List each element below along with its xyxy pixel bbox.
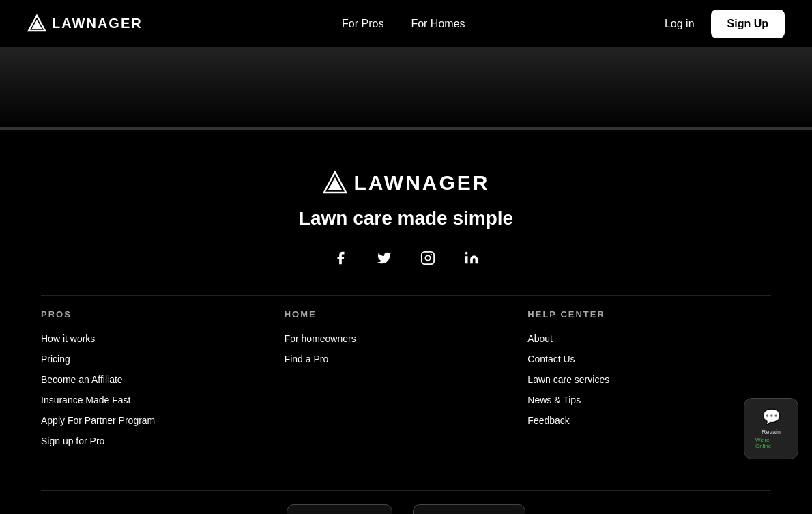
nav-logo-icon	[27, 14, 46, 33]
col-help-title: HELP CENTER	[527, 309, 771, 319]
facebook-icon[interactable]	[328, 246, 353, 270]
linkedin-icon[interactable]	[459, 246, 484, 270]
link-about[interactable]: About	[527, 333, 771, 344]
app-store-row:  Download on the App Store ▶ GET IT ON …	[41, 490, 771, 514]
signup-button[interactable]: Sign Up	[711, 10, 785, 38]
twitter-icon[interactable]	[372, 246, 396, 270]
col-home-title: HOME	[285, 309, 528, 319]
app-store-button[interactable]:  Download on the App Store	[287, 504, 392, 514]
nav-auth: Log in Sign Up	[665, 10, 785, 38]
footer-columns: PROS How it works Pricing Become an Affi…	[41, 295, 771, 483]
social-icons	[328, 246, 484, 270]
footer-col-home: HOME For homeowners Find a Pro	[285, 309, 528, 456]
footer-main: LAWNAGER Lawn care made simple	[0, 130, 812, 514]
link-contact-us[interactable]: Contact Us	[527, 354, 771, 365]
link-insurance[interactable]: Insurance Made Fast	[41, 395, 285, 405]
link-find-pro[interactable]: Find a Pro	[285, 354, 528, 365]
link-how-it-works[interactable]: How it works	[41, 333, 285, 344]
footer-logo-icon	[323, 171, 347, 195]
nav-link-homes[interactable]: For Homes	[411, 18, 465, 30]
link-partner-program[interactable]: Apply For Partner Program	[41, 415, 285, 426]
chat-online-status: We're Online!	[755, 437, 787, 449]
col-pros-title: PROS	[41, 309, 285, 319]
google-play-button[interactable]: ▶ GET IT ON Google Play	[413, 504, 525, 514]
link-lawn-care-services[interactable]: Lawn care services	[527, 374, 771, 385]
chat-widget[interactable]: 💬 Revain We're Online!	[744, 398, 798, 459]
svg-point-6	[465, 252, 468, 255]
link-signup-pro[interactable]: Sign up for Pro	[41, 436, 285, 446]
hero-area	[0, 48, 812, 130]
footer-tagline: Lawn care made simple	[299, 208, 513, 229]
nav-link-pros[interactable]: For Pros	[342, 18, 383, 30]
footer-logo: LAWNAGER	[323, 171, 490, 195]
link-for-homeowners[interactable]: For homeowners	[285, 333, 528, 344]
link-pricing[interactable]: Pricing	[41, 354, 285, 365]
footer-logo-text: LAWNAGER	[354, 171, 490, 195]
link-become-affiliate[interactable]: Become an Affiliate	[41, 374, 285, 385]
nav-logo[interactable]: LAWNAGER	[27, 14, 143, 33]
footer-col-pros: PROS How it works Pricing Become an Affi…	[41, 309, 285, 456]
navbar: LAWNAGER For Pros For Homes Log in Sign …	[0, 0, 812, 48]
chat-label: Revain	[762, 429, 781, 436]
link-news-tips[interactable]: News & Tips	[527, 395, 771, 405]
svg-rect-4	[422, 252, 434, 264]
nav-links: For Pros For Homes	[342, 18, 465, 30]
instagram-icon[interactable]	[416, 246, 440, 270]
footer-col-help: HELP CENTER About Contact Us Lawn care s…	[527, 309, 771, 456]
chat-icon: 💬	[762, 408, 781, 426]
footer-brand: LAWNAGER Lawn care made simple	[41, 171, 771, 270]
link-feedback[interactable]: Feedback	[527, 415, 771, 426]
nav-logo-text: LAWNAGER	[52, 16, 143, 31]
login-button[interactable]: Log in	[665, 18, 695, 30]
